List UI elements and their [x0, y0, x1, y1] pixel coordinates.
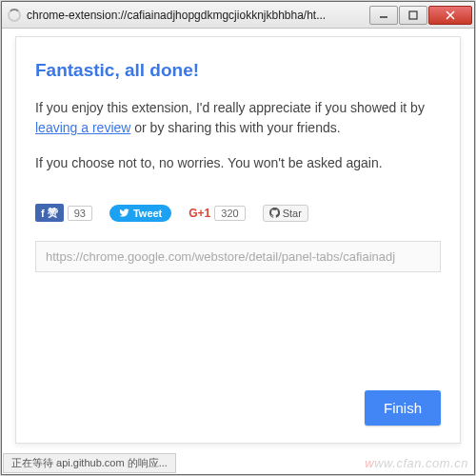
facebook-count: 93	[68, 206, 92, 221]
intro-text-b: or by sharing this with your friends.	[130, 120, 340, 135]
status-bar: 正在等待 api.github.com 的响应...	[3, 453, 176, 473]
github-star-button[interactable]: Star	[263, 205, 308, 222]
facebook-label: 赞	[48, 206, 58, 220]
facebook-icon: f	[41, 208, 45, 219]
maximize-button[interactable]	[399, 6, 427, 25]
watermark-text: ww.cfan.com.cn	[374, 456, 468, 470]
google-plus-count: 320	[214, 206, 245, 221]
watermark: www.cfan.com.cn	[365, 456, 468, 470]
github-icon	[269, 208, 280, 218]
twitter-share[interactable]: Tweet	[109, 205, 171, 222]
google-plus-share[interactable]: G+1 320	[188, 206, 245, 221]
window-controls	[368, 6, 472, 25]
github-share[interactable]: Star	[263, 205, 308, 222]
tweet-button[interactable]: Tweet	[109, 205, 171, 222]
optout-paragraph: If you choose not to, no worries. You wo…	[35, 153, 441, 173]
maximize-icon	[408, 10, 418, 20]
close-button[interactable]	[428, 6, 472, 25]
window-title: chrome-extension://cafiainadjhopgdkmgcji…	[27, 9, 368, 22]
leave-review-link[interactable]: leaving a review	[35, 120, 130, 135]
google-plus-one-button[interactable]: G+1	[188, 207, 210, 220]
close-icon	[446, 10, 455, 20]
twitter-icon	[119, 208, 129, 218]
browser-popup-window: chrome-extension://cafiainadjhopgdkmgcji…	[1, 1, 475, 475]
share-url-input[interactable]	[35, 241, 441, 272]
github-star-label: Star	[283, 208, 302, 219]
finish-button[interactable]: Finish	[365, 390, 441, 426]
minimize-button[interactable]	[369, 6, 398, 25]
intro-paragraph: If you enjoy this extension, I'd really …	[35, 98, 441, 138]
facebook-like-button[interactable]: f 赞	[35, 204, 64, 222]
minimize-icon	[379, 10, 388, 20]
facebook-share[interactable]: f 赞 93	[35, 204, 92, 222]
loading-spinner-icon	[8, 9, 21, 22]
titlebar: chrome-extension://cafiainadjhopgdkmgcji…	[2, 2, 474, 29]
tweet-label: Tweet	[133, 208, 162, 219]
share-bar: f 赞 93 Tweet G+1 320 Star	[35, 200, 441, 226]
dialog-card: Fantastic, all done! If you enjoy this e…	[15, 36, 461, 444]
intro-text-a: If you enjoy this extension, I'd really …	[35, 100, 425, 115]
heading: Fantastic, all done!	[35, 60, 441, 81]
svg-rect-1	[409, 11, 417, 19]
